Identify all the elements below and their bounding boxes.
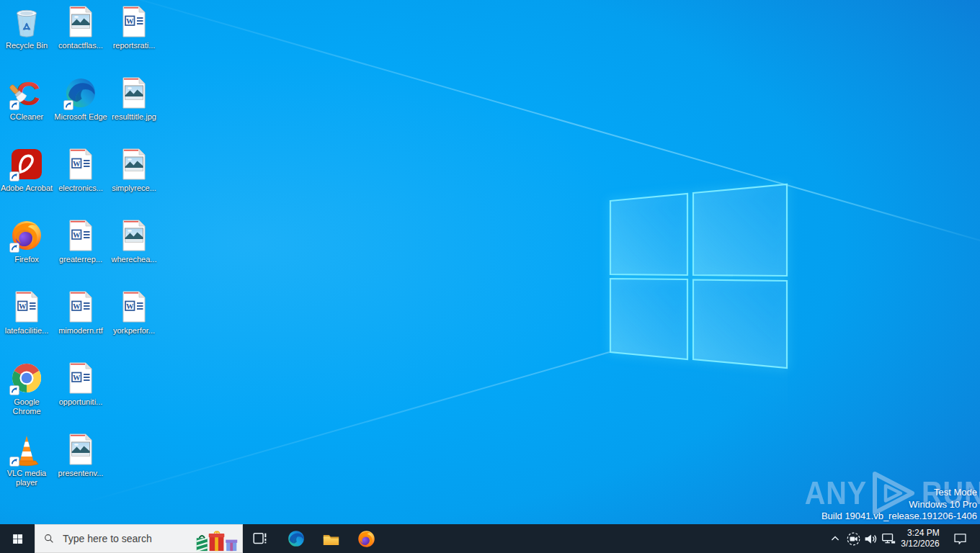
meet-now-camera-icon	[846, 531, 861, 547]
desktop-icon-opportuniti[interactable]: opportuniti...	[54, 361, 107, 407]
file-explorer-icon	[321, 529, 341, 549]
image-file-icon	[117, 76, 151, 110]
word-document-icon	[63, 218, 98, 253]
desktop-icon-latefacilitie[interactable]: latefacilitie...	[0, 289, 53, 336]
word-document-icon	[117, 289, 151, 324]
word-document-icon	[117, 4, 151, 39]
desktop-icon-recycle-bin[interactable]: Recycle Bin	[0, 4, 53, 50]
tray-volume-button[interactable]	[862, 524, 879, 553]
search-highlights-gifts-icon[interactable]	[194, 529, 240, 552]
taskbar-search-box[interactable]	[35, 524, 243, 553]
desktop-icon-label: greaterrep...	[59, 255, 102, 264]
shortcut-arrow-icon	[9, 243, 19, 253]
clock-date: 3/12/2026	[901, 539, 939, 549]
desktop-icon-label: Microsoft Edge	[54, 112, 107, 122]
tray-show-hidden-icons-button[interactable]	[826, 524, 845, 553]
desktop-icon-contactflas[interactable]: contactflas...	[54, 4, 107, 50]
taskbar-firefox-button[interactable]	[350, 524, 382, 553]
desktop-icon-label: CCleaner	[10, 112, 43, 122]
volume-icon	[863, 531, 878, 547]
word-document-icon	[9, 289, 44, 324]
test-mode-label: Test Mode	[821, 487, 977, 499]
desktop-icon-label: electronics...	[58, 184, 103, 193]
windows-edition-label: Windows 10 Pro	[821, 499, 977, 511]
shortcut-arrow-icon	[9, 171, 19, 181]
image-file-icon	[117, 147, 151, 181]
network-icon	[881, 531, 896, 547]
word-document-icon	[63, 147, 98, 181]
action-center-icon	[953, 531, 968, 547]
taskbar-file-explorer-button[interactable]	[315, 524, 347, 553]
recycle-bin-icon	[9, 4, 44, 39]
shortcut-arrow-icon	[9, 457, 19, 467]
firefox-icon	[357, 529, 376, 549]
desktop-icon-adobe-acrobat[interactable]: Adobe Acrobat	[0, 147, 53, 193]
search-input[interactable]	[61, 532, 194, 545]
taskbar: 3:24 PM 3/12/2026	[0, 524, 980, 553]
desktop-icon-presentenv[interactable]: presentenv...	[54, 432, 107, 478]
desktop-icon-vlc[interactable]: VLC media player	[0, 432, 53, 488]
word-document-icon	[63, 289, 98, 324]
shortcut-arrow-icon	[9, 385, 19, 395]
system-build-info: Test Mode Windows 10 Pro Build 19041.vb_…	[821, 487, 977, 523]
desktop-icon-label: yorkperfor...	[113, 326, 155, 336]
desktop-icon-label: Firefox	[14, 255, 39, 264]
desktop-icon-label: wherechea...	[112, 255, 157, 264]
build-number-label: Build 19041.vb_release.191206-1406	[821, 511, 977, 523]
edge-icon	[287, 529, 306, 548]
clock-time: 3:24 PM	[901, 528, 939, 539]
desktop-icon-wherechea[interactable]: wherechea...	[107, 218, 161, 264]
start-button[interactable]	[0, 524, 35, 553]
task-view-button[interactable]	[244, 524, 275, 553]
shortcut-arrow-icon	[63, 100, 74, 110]
image-file-icon	[63, 4, 98, 39]
action-center-button[interactable]	[945, 524, 974, 553]
desktop-icon-label: simplyrece...	[112, 184, 156, 193]
desktop-icon-greaterrep[interactable]: greaterrep...	[54, 218, 107, 264]
image-file-icon	[117, 218, 151, 253]
search-icon	[43, 533, 55, 544]
desktop-icon-label: contactflas...	[58, 41, 103, 50]
desktop-icon-firefox[interactable]: Firefox	[0, 218, 53, 264]
desktop-icon-label: resulttitle.jpg	[112, 112, 156, 122]
desktop-icon-label: Adobe Acrobat	[1, 184, 53, 193]
windows-desktop-screen: W	[0, 0, 980, 553]
image-file-icon	[63, 432, 98, 467]
windows-start-icon	[12, 533, 24, 545]
tray-meet-now-button[interactable]	[845, 524, 862, 553]
taskbar-edge-button[interactable]	[280, 524, 312, 553]
desktop-icon-electronics[interactable]: electronics...	[54, 147, 107, 193]
windows-logo-wallpaper	[605, 179, 791, 372]
desktop-icon-yorkperfor[interactable]: yorkperfor...	[107, 289, 161, 336]
desktop-icon-microsoft-edge[interactable]: Microsoft Edge	[54, 76, 107, 122]
tray-clock[interactable]: 3:24 PM 3/12/2026	[898, 524, 943, 553]
desktop-icon-label: opportuniti...	[59, 397, 103, 407]
task-view-icon	[251, 531, 267, 547]
desktop-icon-label: Google Chrome	[0, 397, 53, 417]
desktop-icon-resulttitle[interactable]: resulttitle.jpg	[107, 76, 161, 122]
desktop-icon-simplyrece[interactable]: simplyrece...	[107, 147, 161, 193]
shortcut-arrow-icon	[9, 100, 19, 110]
word-document-icon	[63, 361, 98, 395]
desktop-icon-label: mimodern.rtf	[58, 326, 103, 336]
tray-network-button[interactable]	[879, 524, 898, 553]
desktop-icon-ccleaner[interactable]: CCleaner	[0, 76, 53, 122]
chevron-up-icon	[828, 531, 842, 546]
desktop-icon-label: presentenv...	[58, 469, 104, 478]
desktop-icon-reportsrati[interactable]: reportsrati...	[107, 4, 161, 50]
desktop-icon-google-chrome[interactable]: Google Chrome	[0, 361, 53, 417]
desktop-icon-label: Recycle Bin	[6, 41, 48, 50]
desktop-icon-mimodern[interactable]: mimodern.rtf	[54, 289, 107, 336]
desktop-icon-label: reportsrati...	[113, 41, 156, 50]
desktop-icon-label: VLC media player	[0, 469, 53, 488]
desktop-icon-label: latefacilitie...	[5, 326, 49, 336]
